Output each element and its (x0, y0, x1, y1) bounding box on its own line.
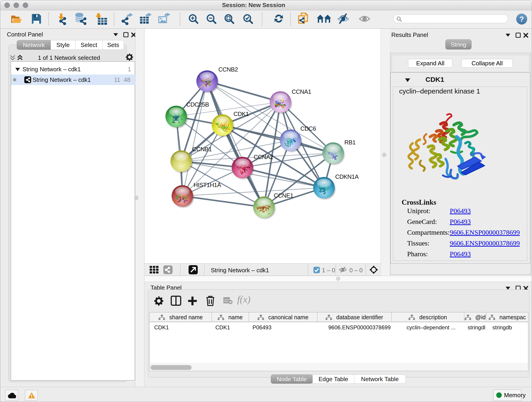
svg-text:HIST1H1A: HIST1H1A (194, 182, 221, 188)
svg-text:CCNB1: CCNB1 (192, 146, 212, 153)
svg-text:CCNA2: CCNA2 (254, 153, 273, 160)
svg-text:CCNB2: CCNB2 (218, 66, 238, 73)
svg-text:CCNA1: CCNA1 (292, 88, 311, 95)
svg-text:CDC6: CDC6 (300, 125, 316, 132)
svg-text:RB1: RB1 (344, 139, 355, 146)
svg-text:CDC25B: CDC25B (186, 101, 209, 108)
svg-text:CDKN1A: CDKN1A (335, 173, 359, 180)
svg-text:CCNE1: CCNE1 (274, 192, 293, 199)
svg-text:CDK1: CDK1 (234, 110, 249, 117)
